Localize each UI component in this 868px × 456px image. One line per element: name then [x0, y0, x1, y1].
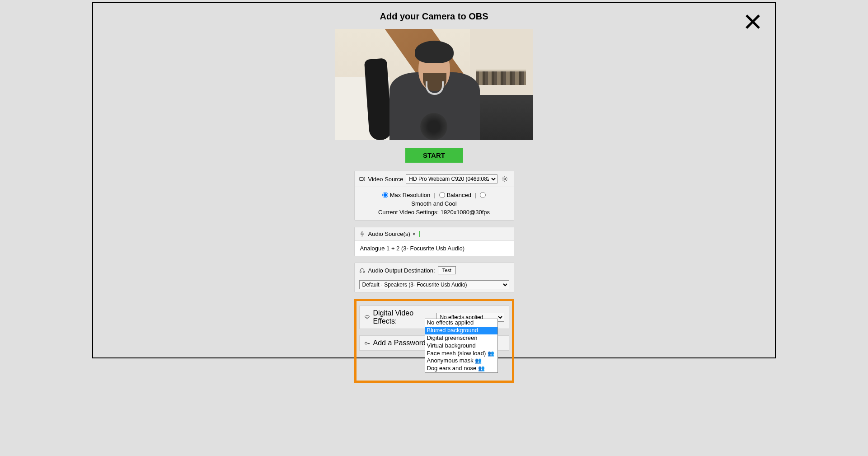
- effect-option-facemesh[interactable]: Face mesh (slow load) 👥: [425, 350, 497, 357]
- close-icon: [743, 12, 762, 31]
- password-label: Add a Password:: [373, 339, 428, 347]
- mask-icon: 👥: [475, 357, 482, 365]
- svg-point-7: [365, 342, 367, 344]
- test-audio-button[interactable]: Test: [438, 266, 456, 274]
- effect-option-none[interactable]: No effects applied: [425, 319, 497, 327]
- audio-output-panel: Audio Output Destination: Test Default -…: [354, 263, 514, 292]
- face-icon: 👥: [488, 350, 494, 357]
- video-source-label: Video Source: [368, 176, 404, 183]
- balanced-radio[interactable]: [439, 192, 445, 198]
- audio-source-panel: Audio Source(s) ▾ Analogue 1 + 2 (3- Foc…: [354, 227, 514, 256]
- audio-output-label: Audio Output Destination:: [368, 267, 435, 274]
- key-icon: [364, 340, 371, 346]
- video-settings-button[interactable]: [500, 174, 509, 183]
- start-button[interactable]: START: [405, 148, 463, 163]
- dog-icon: 👥: [478, 365, 485, 372]
- chevron-down-icon[interactable]: ▾: [413, 232, 415, 236]
- max-resolution-label: Max Resolution: [390, 192, 431, 198]
- max-resolution-radio[interactable]: [382, 192, 388, 198]
- page-title: Add your Camera to OBS: [93, 11, 775, 22]
- headphones-icon: [359, 267, 366, 273]
- effect-option-dogears[interactable]: Dog ears and nose 👥: [425, 365, 497, 372]
- effects-icon: [364, 314, 371, 320]
- gear-icon: [502, 176, 508, 182]
- effects-panel: Digital Video Effects: No effects applie…: [359, 306, 509, 329]
- effects-dropdown: No effects applied Blurred background Di…: [425, 319, 498, 373]
- audio-source-label: Audio Source(s): [368, 230, 410, 237]
- camera-icon: [359, 176, 366, 182]
- effects-highlight: Digital Video Effects: No effects applie…: [354, 299, 514, 383]
- close-button[interactable]: [743, 12, 762, 31]
- svg-rect-4: [361, 232, 363, 235]
- balanced-label: Balanced: [447, 192, 471, 198]
- smooth-radio[interactable]: [480, 192, 486, 198]
- effect-option-anonymous[interactable]: Anonymous mask 👥: [425, 357, 497, 365]
- audio-output-select[interactable]: Default - Speakers (3- Focusrite Usb Aud…: [359, 280, 509, 289]
- current-settings-value: 1920x1080@30fps: [441, 209, 490, 216]
- microphone-icon: [359, 231, 366, 237]
- video-source-panel: Video Source HD Pro Webcam C920 (046d:08…: [354, 171, 514, 221]
- video-source-select[interactable]: HD Pro Webcam C920 (046d:082: [406, 174, 497, 183]
- effect-option-blurred[interactable]: Blurred background: [425, 327, 497, 334]
- smooth-label: Smooth and Cool: [411, 200, 456, 207]
- current-settings-label: Current Video Settings:: [378, 209, 439, 216]
- effect-option-virtual[interactable]: Virtual background: [425, 342, 497, 350]
- svg-rect-2: [359, 178, 363, 181]
- camera-preview: [335, 29, 533, 140]
- effect-option-greenscreen[interactable]: Digital greenscreen: [425, 334, 497, 342]
- audio-meter: [419, 231, 420, 237]
- audio-source-value: Analogue 1 + 2 (3- Focusrite Usb Audio): [360, 245, 465, 252]
- svg-point-3: [504, 178, 506, 180]
